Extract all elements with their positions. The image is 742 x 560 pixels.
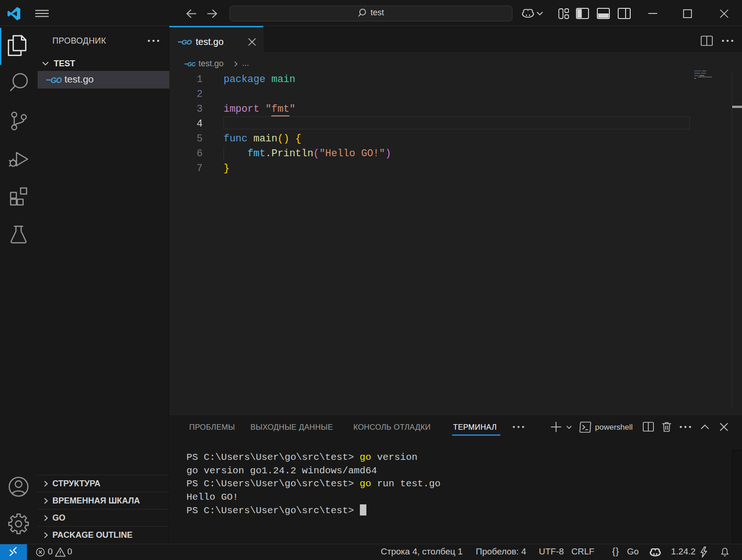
svg-text:GO: GO	[187, 61, 195, 68]
svg-text:GO: GO	[51, 76, 62, 84]
svg-text:GO: GO	[182, 38, 192, 46]
